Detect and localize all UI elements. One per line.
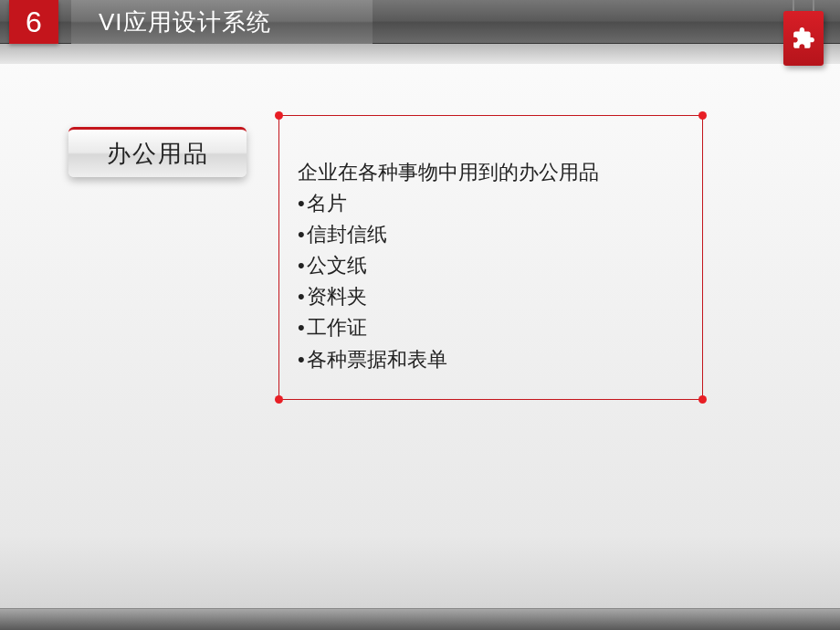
puzzle-piece-icon (792, 26, 815, 50)
selection-handle-br[interactable] (698, 395, 707, 404)
tag-body (783, 11, 824, 66)
tag-string (783, 0, 824, 11)
list-item: 信封信纸 (298, 219, 684, 250)
slide-header: 6 VI应用设计系统 (0, 0, 840, 66)
content-text-box[interactable]: 企业在各种事物中用到的办公用品 名片 信封信纸 公文纸 资料夹 工作证 各种票据… (278, 115, 703, 400)
slide-title: VI应用设计系统 (71, 0, 373, 44)
header-shadow (0, 44, 840, 64)
slide-number: 6 (9, 0, 58, 44)
list-item: 名片 (298, 188, 684, 219)
category-badge: 办公用品 (68, 127, 247, 177)
list-item: 各种票据和表单 (298, 344, 684, 375)
content-list: 名片 信封信纸 公文纸 资料夹 工作证 各种票据和表单 (298, 188, 684, 375)
selection-handle-tr[interactable] (698, 111, 707, 120)
footer-bar (0, 608, 840, 630)
content-intro: 企业在各种事物中用到的办公用品 (298, 157, 684, 188)
list-item: 资料夹 (298, 281, 684, 312)
selection-handle-tl[interactable] (275, 111, 283, 120)
selection-handle-bl[interactable] (275, 395, 283, 404)
list-item: 公文纸 (298, 250, 684, 281)
hanging-tag (783, 0, 824, 66)
list-item: 工作证 (298, 312, 684, 343)
